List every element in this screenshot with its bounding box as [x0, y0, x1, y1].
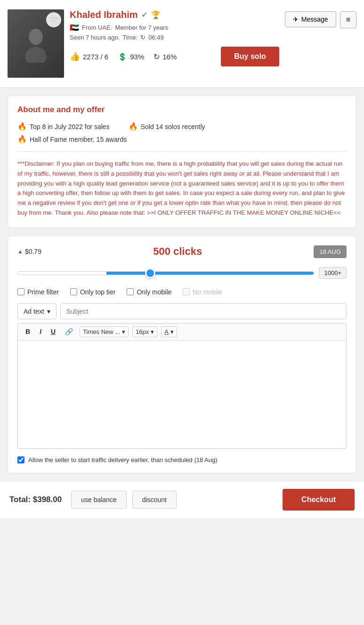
badges-row: 🔥 Top 8 in July 2022 for sales 🔥 Sold 14… [17, 122, 347, 131]
clicks-label: 500 clicks [41, 245, 314, 258]
font-dropdown-icon: ▾ [122, 328, 125, 335]
fire-icon-2: 🔥 [129, 122, 138, 131]
dollar-icon: 💲 [118, 52, 127, 61]
bold-button[interactable]: B [23, 327, 33, 336]
no-mobile-label: No mobile [193, 288, 222, 296]
send-icon: ✈ [293, 16, 299, 23]
italic-button[interactable]: I [37, 327, 44, 336]
stats-row: 👍 2273 / 6 💲 93% ↻ 16% Buy solo [70, 47, 279, 66]
likes-value: 2273 / 6 [83, 53, 108, 61]
profile-seen: Seen 7 hours ago. Time: ↻ 06:49 [70, 34, 279, 41]
price-value: $0.79 [25, 248, 41, 255]
country-label: From UAE. [82, 24, 112, 31]
message-button[interactable]: ✈ Message [285, 11, 336, 27]
order-header: ▲ $0.79 500 clicks 18 AUG [17, 245, 347, 258]
filter-no-mobile: No mobile [183, 288, 222, 296]
filter-top-tier[interactable]: Only top tier [70, 288, 115, 296]
badge-top8: 🔥 Top 8 in July 2022 for sales [17, 122, 110, 131]
font-name-label: Times New ... [83, 328, 120, 335]
flag-icon: 🇦🇪 [70, 23, 79, 32]
clicks-slider[interactable] [17, 271, 314, 275]
underline-button[interactable]: U [48, 327, 58, 336]
allow-early-row: Allow the seller to start traffic delive… [17, 456, 347, 463]
profile-info: Khaled Ibrahim ✔ 🏆 🇦🇪 From UAE. Member f… [64, 9, 285, 66]
filter-mobile[interactable]: Only mobile [127, 288, 171, 296]
profile-photo-container: ♡ [8, 9, 64, 78]
disclaimer-text: ***Disclaimer: If you plan on buying tra… [17, 159, 347, 218]
profile-country: 🇦🇪 From UAE. Member for 7 years [70, 23, 279, 32]
allow-early-checkbox[interactable] [17, 456, 24, 463]
moon-icon: ↻ [140, 34, 146, 41]
likes-stat: 👍 2273 / 6 [70, 51, 108, 62]
dropdown-chevron-icon: ▾ [47, 308, 50, 315]
total-label: Total: $398.00 [9, 495, 62, 504]
menu-button[interactable]: ≡ [340, 11, 356, 28]
svg-point-0 [29, 29, 42, 45]
footer-bar: Total: $398.00 use balance discount Chec… [0, 481, 364, 518]
use-balance-button[interactable]: use balance [71, 491, 127, 509]
badge-hall: 🔥 Hall of Fame member, 15 awards [17, 135, 127, 144]
date-badge: 18 AUG [314, 245, 347, 258]
font-color-select[interactable]: A ▾ [161, 326, 177, 337]
font-family-select[interactable]: Times New ... ▾ [80, 326, 129, 337]
link-button[interactable]: 🔗 [62, 327, 76, 336]
filter-row: Prime filter Only top tier Only mobile N… [17, 288, 347, 296]
subject-input[interactable] [60, 303, 347, 319]
time-value: 06:49 [148, 34, 164, 41]
seen-text: Seen 7 hours ago. [70, 34, 120, 41]
badge-label-3: Hall of Fame member, 15 awards [30, 136, 127, 143]
price-label: ▲ $0.79 [17, 248, 41, 255]
buy-solo-button[interactable]: Buy solo [221, 47, 279, 66]
discount-button[interactable]: discount [132, 491, 177, 509]
allow-early-label: Allow the seller to start traffic delive… [28, 456, 218, 463]
font-size-label: 16px [136, 328, 149, 335]
mobile-label: Only mobile [137, 288, 171, 296]
about-title: About me and my offer [17, 105, 347, 114]
badge-solos: 🔥 Sold 14 solos recently [129, 122, 205, 131]
clicks-slider-wrap[interactable] [17, 266, 314, 281]
filter-prime[interactable]: Prime filter [17, 288, 59, 296]
top-tier-label: Only top tier [80, 288, 115, 296]
fire-icon-1: 🔥 [17, 122, 27, 131]
badges-row-2: 🔥 Hall of Fame member, 15 awards [17, 135, 347, 144]
profile-actions: ✈ Message ≡ [285, 9, 356, 28]
repeat-stat: ↻ 16% [154, 52, 177, 61]
order-section: ▲ $0.79 500 clicks 18 AUG 1000+ Prime fi… [8, 235, 356, 473]
menu-icon: ≡ [346, 16, 350, 24]
about-section: About me and my offer 🔥 Top 8 in July 20… [8, 95, 356, 228]
editor-toolbar: B I U 🔗 Times New ... ▾ 16px ▾ A ▾ [17, 323, 347, 341]
time-label: Time: [122, 34, 138, 41]
member-years: Member for 7 years [115, 24, 168, 31]
size-dropdown-icon: ▾ [151, 328, 154, 335]
message-label: Message [301, 16, 328, 23]
no-mobile-checkbox [183, 288, 190, 295]
verified-icon: ✔ [141, 10, 147, 19]
sales-rate: 93% [130, 53, 144, 61]
trophy-icon: 🏆 [151, 10, 161, 19]
ad-text-dropdown[interactable]: Ad text ▾ [17, 303, 57, 319]
slider-container: 1000+ [17, 266, 347, 281]
profile-section: ♡ Khaled Ibrahim ✔ 🏆 🇦🇪 From UAE. Member… [0, 0, 364, 88]
badge-label-1: Top 8 in July 2022 for sales [30, 123, 110, 130]
mobile-checkbox[interactable] [127, 288, 134, 295]
repeat-icon: ↻ [154, 52, 160, 61]
checkout-button[interactable]: Checkout [283, 489, 355, 511]
fire-icon-3: 🔥 [17, 135, 27, 144]
font-size-select[interactable]: 16px ▾ [132, 326, 157, 337]
badge-label-2: Sold 14 solos recently [141, 123, 205, 130]
favorite-button[interactable]: ♡ [46, 12, 61, 27]
ad-text-label: Ad text [24, 308, 44, 315]
ad-text-row: Ad text ▾ [17, 303, 347, 319]
font-color-icon: A [164, 328, 169, 335]
sales-stat: 💲 93% [118, 52, 144, 61]
email-editor-body[interactable] [17, 341, 347, 449]
prime-filter-label: Prime filter [27, 288, 59, 296]
profile-name-row: Khaled Ibrahim ✔ 🏆 [70, 9, 279, 20]
section-divider [17, 151, 347, 152]
color-dropdown-icon: ▾ [170, 328, 174, 335]
prime-filter-checkbox[interactable] [17, 288, 24, 295]
arrow-up-icon: ▲ [17, 248, 23, 255]
top-tier-checkbox[interactable] [70, 288, 77, 295]
slider-max-label: 1000+ [319, 267, 347, 279]
thumb-icon: 👍 [70, 51, 80, 62]
